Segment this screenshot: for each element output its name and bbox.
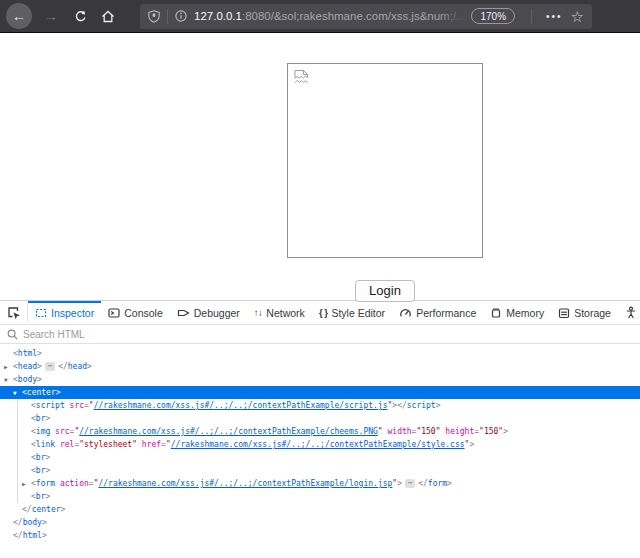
markup-row[interactable]: </html>: [0, 529, 640, 542]
reload-icon: [74, 10, 87, 23]
markup-text: ></: [392, 401, 406, 410]
markup-row[interactable]: <br>: [0, 464, 640, 477]
zoom-level-indicator[interactable]: 170%: [471, 8, 515, 24]
markup-row[interactable]: ▼<body>: [0, 373, 640, 386]
page-viewport: Login: [0, 33, 640, 300]
tab-storage[interactable]: Storage: [551, 301, 618, 324]
markup-text: >: [45, 453, 50, 462]
attribute-name: rel: [60, 440, 74, 449]
markup-row[interactable]: <link rel="stylesheet" href="//rakeshman…: [0, 438, 640, 451]
markup-row[interactable]: <script src="//rakeshmane.com/xss.js#/..…: [0, 399, 640, 412]
url-bar[interactable]: 127.0.0.1:8080/&sol;rakeshmane.com/xss.j…: [140, 4, 592, 29]
style-editor-icon: { }: [319, 307, 328, 318]
tab-label: Memory: [506, 307, 544, 319]
bookmark-star-icon[interactable]: ☆: [571, 9, 584, 24]
attribute-value: "150": [479, 427, 503, 436]
markup-text: >: [447, 479, 452, 488]
collapsed-children-badge[interactable]: ⋯: [405, 479, 415, 488]
home-icon: [101, 10, 115, 23]
search-icon: [7, 329, 18, 340]
url-path: :8080/&sol;rakeshmane.com/xss.js&num;/..…: [242, 10, 467, 22]
markup-text: </: [13, 518, 23, 527]
markup-row[interactable]: <br>: [0, 451, 640, 464]
memory-icon: [490, 307, 502, 319]
expand-arrow-icon[interactable]: ▶: [4, 360, 13, 373]
forward-arrow-icon: →: [44, 8, 58, 24]
attribute-link[interactable]: //rakeshmane.com/xss.js#/..;/..;/context…: [98, 479, 392, 488]
tab-memory[interactable]: Memory: [483, 301, 551, 324]
url-text[interactable]: 127.0.0.1:8080/&sol;rakeshmane.com/xss.j…: [194, 10, 467, 22]
reload-button[interactable]: [68, 4, 92, 28]
tracking-protection-shield-icon[interactable]: [148, 10, 160, 23]
html-search-bar[interactable]: Search HTML: [0, 325, 640, 344]
tab-label: Style Editor: [331, 307, 385, 319]
attribute-value: "stylesheet": [79, 440, 137, 449]
attribute-name: action: [60, 479, 89, 488]
markup-row[interactable]: ▶<form action="//rakeshmane.com/xss.js#/…: [0, 477, 640, 490]
tag-name: head: [18, 362, 37, 371]
page-actions-menu-button[interactable]: •••: [546, 11, 563, 22]
markup-row[interactable]: <img src="//rakeshmane.com/xss.js#/..;/.…: [0, 425, 640, 438]
markup-row-selected[interactable]: ▼<center>: [0, 386, 640, 399]
home-button[interactable]: [96, 4, 120, 28]
markup-text: </: [418, 479, 428, 488]
search-html-placeholder: Search HTML: [23, 329, 85, 340]
markup-row[interactable]: </center>: [0, 503, 640, 516]
collapse-arrow-icon[interactable]: ▼: [13, 386, 22, 399]
attribute-name: href: [142, 440, 161, 449]
collapse-arrow-icon[interactable]: ▼: [4, 373, 13, 386]
tag-name: body: [23, 518, 42, 527]
markup-text: </: [22, 505, 32, 514]
back-arrow-icon: ←: [12, 8, 26, 24]
markup-text: >: [37, 362, 42, 371]
markup-text: >: [87, 362, 92, 371]
tab-accessibility[interactable]: Accessibility: [618, 301, 640, 324]
expand-arrow-icon[interactable]: ▶: [22, 477, 31, 490]
attribute-link[interactable]: //rakeshmane.com/xss.js#/..;/..;/context…: [94, 401, 388, 410]
tab-performance[interactable]: Performance: [392, 301, 483, 324]
markup-row[interactable]: <br>: [0, 412, 640, 425]
storage-icon: [558, 307, 570, 319]
element-picker-icon: [7, 306, 21, 320]
tag-name: form: [36, 479, 55, 488]
markup-row[interactable]: </body>: [0, 516, 640, 529]
markup-text: >: [42, 518, 47, 527]
forward-button[interactable]: →: [40, 8, 62, 24]
inspector-icon: [35, 307, 47, 319]
markup-text: >: [436, 401, 441, 410]
page-content: Login: [287, 33, 483, 302]
tab-style-editor[interactable]: { }Style Editor: [312, 301, 392, 324]
tag-name: center: [27, 388, 56, 397]
tag-name: center: [32, 505, 61, 514]
tab-debugger[interactable]: Debugger: [170, 301, 247, 324]
urlbar-separator: [167, 9, 168, 24]
markup-row[interactable]: ▶<head>⋯</head>: [0, 360, 640, 373]
console-icon: [108, 307, 120, 319]
accessibility-icon: [625, 306, 637, 319]
devtools-tabs: InspectorConsoleDebugger↑↓Network{ }Styl…: [28, 301, 640, 324]
tag-name: html: [23, 531, 42, 540]
markup-row[interactable]: <html>: [0, 347, 640, 360]
tag-name: html: [18, 349, 37, 358]
login-button[interactable]: Login: [355, 280, 415, 302]
broken-image-placeholder: [287, 63, 483, 258]
markup-row[interactable]: <br>: [0, 490, 640, 503]
back-button[interactable]: ←: [6, 3, 32, 29]
attribute-link[interactable]: //rakeshmane.com/xss.js#/..;/..;/context…: [79, 427, 378, 436]
attribute-name: src: [55, 427, 69, 436]
markup-text: >: [45, 492, 50, 501]
urlbar-separator-2: [531, 9, 532, 24]
tab-inspector[interactable]: Inspector: [28, 301, 101, 324]
pick-element-button[interactable]: [0, 301, 27, 324]
tab-console[interactable]: Console: [101, 301, 170, 324]
attribute-value: "150": [416, 427, 440, 436]
attribute-link[interactable]: //rakeshmane.com/xss.js#/..;/..;/context…: [171, 440, 465, 449]
devtools-tabbar: InspectorConsoleDebugger↑↓Network{ }Styl…: [0, 301, 640, 325]
site-info-icon[interactable]: [175, 10, 187, 22]
collapsed-children-badge[interactable]: ⋯: [45, 362, 55, 371]
markup-view: <html>▶<head>⋯</head>▼<body>▼<center><sc…: [0, 344, 640, 556]
markup-text: >: [42, 531, 47, 540]
tab-network[interactable]: ↑↓Network: [247, 301, 312, 324]
debugger-icon: [177, 307, 190, 319]
attribute-name: width: [388, 427, 412, 436]
